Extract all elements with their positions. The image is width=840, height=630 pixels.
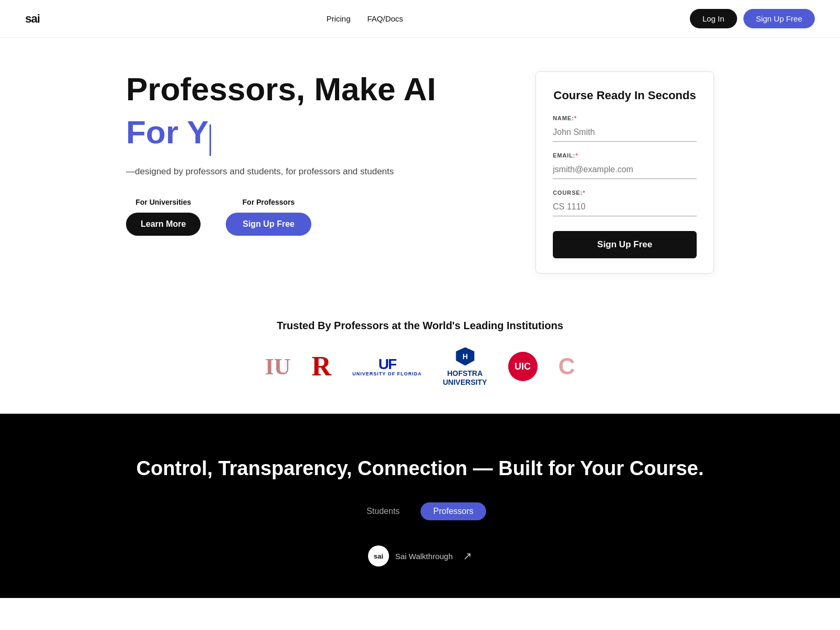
- course-label: COURSE:*: [553, 190, 697, 196]
- hero-title-line1: Professors, Make AI: [126, 71, 452, 107]
- logo-uic: UIC: [508, 351, 538, 382]
- form-submit-button[interactable]: Sign Up Free: [553, 231, 697, 258]
- logos-row: IU R UF UNIVERSITY OF FLORIDA H HOFSTRAU…: [25, 351, 815, 382]
- trusted-heading: Trusted By Professors at the World's Lea…: [25, 320, 815, 332]
- login-button[interactable]: Log In: [690, 9, 737, 28]
- name-field-group: NAME:*: [553, 115, 697, 142]
- name-input[interactable]: [553, 124, 697, 142]
- hero-subtitle: —designed by professors and students, fo…: [126, 166, 452, 177]
- hero-ctas: For Universities Learn More For Professo…: [126, 198, 452, 236]
- dark-section: Control, Transparency, Connection — Buil…: [0, 414, 840, 598]
- tabs-row: Students Professors: [25, 502, 815, 520]
- email-label: EMAIL:*: [553, 152, 697, 159]
- nav-pricing[interactable]: Pricing: [327, 14, 351, 23]
- logo-uf: UF UNIVERSITY OF FLORIDA: [352, 351, 422, 382]
- walkthrough-label: Sai Walkthrough: [395, 552, 453, 561]
- logo-indiana: IU: [265, 351, 291, 382]
- name-label: NAME:*: [553, 115, 697, 121]
- cta-universities: For Universities Learn More: [126, 198, 201, 236]
- learn-more-button[interactable]: Learn More: [126, 213, 201, 236]
- svg-text:H: H: [462, 352, 467, 361]
- nav-faq[interactable]: FAQ/Docs: [368, 14, 403, 23]
- tab-students[interactable]: Students: [354, 502, 412, 520]
- nav-signup-button[interactable]: Sign Up Free: [743, 9, 815, 28]
- signup-form-card: Course Ready In Seconds NAME:* EMAIL:* C…: [536, 71, 714, 274]
- nav-actions: Log In Sign Up Free: [690, 9, 815, 28]
- form-heading: Course Ready In Seconds: [553, 89, 697, 102]
- tab-professors[interactable]: Professors: [421, 502, 486, 520]
- hero-title-line2: For Y: [126, 113, 452, 156]
- hero-signup-button[interactable]: Sign Up Free: [226, 213, 311, 236]
- logo-hofstra: H HOFSTRAUNIVERSITY: [443, 351, 487, 382]
- avatar: sai: [368, 545, 389, 566]
- navbar: sai Pricing FAQ/Docs Log In Sign Up Free: [0, 0, 840, 38]
- cta-universities-label: For Universities: [135, 198, 191, 206]
- trusted-section: Trusted By Professors at the World's Lea…: [0, 299, 840, 414]
- brand-logo[interactable]: sai: [25, 12, 40, 26]
- email-field-group: EMAIL:*: [553, 152, 697, 179]
- dark-heading: Control, Transparency, Connection — Buil…: [25, 456, 815, 481]
- share-icon: ↗: [463, 550, 472, 562]
- cta-professors-label: For Professors: [243, 198, 295, 206]
- course-input[interactable]: [553, 199, 697, 216]
- hero-section: Professors, Make AI For Y —designed by p…: [84, 38, 756, 299]
- course-field-group: COURSE:*: [553, 190, 697, 216]
- nav-links: Pricing FAQ/Docs: [327, 14, 403, 23]
- cta-professors: For Professors Sign Up Free: [226, 198, 311, 236]
- hero-left: Professors, Make AI For Y —designed by p…: [126, 71, 452, 236]
- cursor-blink: [209, 124, 211, 156]
- hofstra-shield-icon: H: [455, 346, 476, 367]
- logo-rutgers: R: [312, 351, 332, 382]
- logo-cornell: C: [559, 351, 575, 382]
- email-input[interactable]: [553, 162, 697, 179]
- hero-form: Course Ready In Seconds NAME:* EMAIL:* C…: [536, 71, 714, 274]
- walkthrough-row: sai Sai Walkthrough ↗: [25, 545, 815, 566]
